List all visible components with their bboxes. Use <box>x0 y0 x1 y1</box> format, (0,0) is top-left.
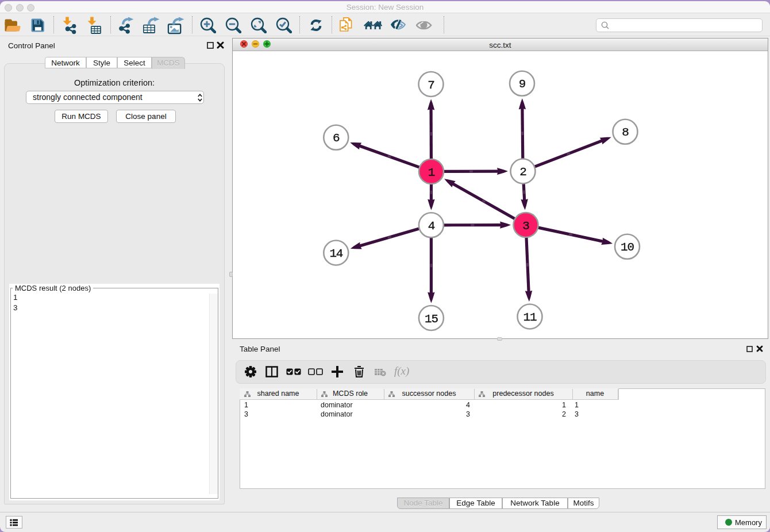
svg-text:11: 11 <box>523 311 537 324</box>
svg-text:6: 6 <box>333 132 340 145</box>
svg-text:1: 1 <box>428 166 435 179</box>
svg-text:3: 3 <box>522 219 529 233</box>
svg-text:2: 2 <box>519 165 526 179</box>
svg-text:10: 10 <box>621 241 634 254</box>
svg-text:7: 7 <box>428 79 434 92</box>
svg-text:8: 8 <box>622 126 629 139</box>
svg-text:14: 14 <box>329 247 342 260</box>
svg-text:9: 9 <box>519 78 526 91</box>
svg-text:4: 4 <box>428 219 435 233</box>
svg-text:15: 15 <box>425 313 438 326</box>
